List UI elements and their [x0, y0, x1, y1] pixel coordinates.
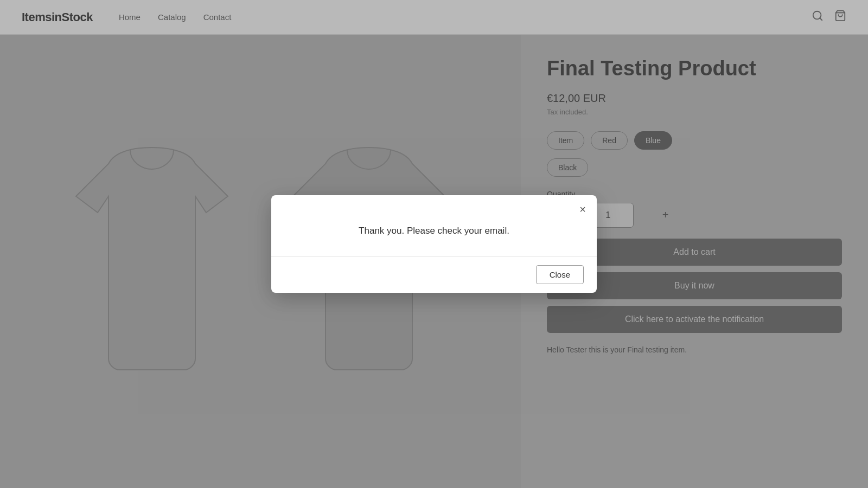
modal-body: Thank you. Please check your email.	[271, 195, 597, 256]
modal-close-button[interactable]: Close	[536, 265, 584, 284]
modal-message: Thank you. Please check your email.	[359, 226, 509, 236]
modal-close-x-button[interactable]: ×	[579, 204, 586, 215]
modal-overlay[interactable]: × Thank you. Please check your email. Cl…	[0, 0, 868, 488]
modal-dialog: × Thank you. Please check your email. Cl…	[271, 195, 597, 293]
modal-footer: Close	[271, 256, 597, 293]
